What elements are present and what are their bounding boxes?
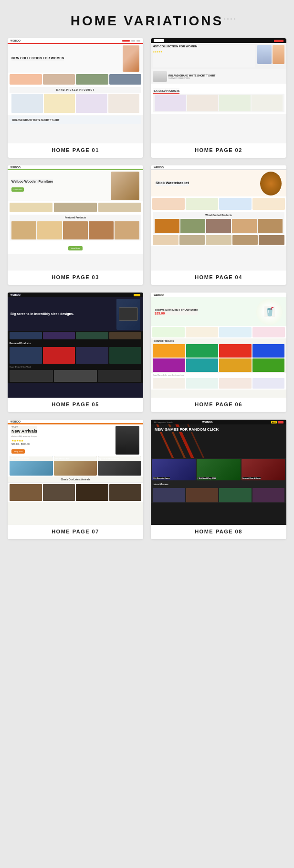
card-label-hp07: HOME PAGE 07 <box>8 525 143 539</box>
card-label-hp01: HOME PAGE 01 <box>8 143 143 158</box>
preview-hp07: WEIBOO 2022 New Arrivals An incredibly a… <box>8 420 143 525</box>
preview-hp05: WEIBOO Big screens in incredibly sleek d… <box>8 293 143 398</box>
page-title: HOME VARIATIONS <box>0 0 294 38</box>
card-label-hp03: HOME PAGE 03 <box>8 271 143 285</box>
preview-hp04: WEIBOO Stick Wastebasket Wood Crafted Pr… <box>151 165 286 271</box>
card-hp07[interactable]: WEIBOO 2022 New Arrivals An incredibly a… <box>8 420 143 539</box>
card-label-hp04: HOME PAGE 04 <box>151 271 286 285</box>
preview-hp08: All Categories Search WEIBOO. BUY NEW GA… <box>151 420 286 525</box>
card-hp06[interactable]: WEIBOO Todays Best Deal For Our Store $2… <box>151 293 286 412</box>
card-label-hp08: HOME PAGE 08 <box>151 525 286 539</box>
preview-hp06: WEIBOO Todays Best Deal For Our Store $2… <box>151 293 286 398</box>
card-hp08[interactable]: All Categories Search WEIBOO. BUY NEW GA… <box>151 420 286 539</box>
preview-hp02: WEIBOO HOT COLLECTION FOR WOMEN ★★★★★ <box>151 38 286 143</box>
card-label-hp06: HOME PAGE 06 <box>151 398 286 412</box>
preview-hp03: WEIBOO Weiboo Wooden Furniture Shop Now … <box>8 165 143 271</box>
card-label-hp05: HOME PAGE 05 <box>8 398 143 412</box>
preview-hp01: WEIBOO NEW COLLECTION FOR WOMEN <box>8 38 143 143</box>
card-label-hp02: HOME PAGE 02 <box>151 143 286 158</box>
card-hp03[interactable]: WEIBOO Weiboo Wooden Furniture Shop Now … <box>8 165 143 285</box>
card-hp01[interactable]: WEIBOO NEW COLLECTION FOR WOMEN <box>8 38 143 158</box>
cards-grid: WEIBOO NEW COLLECTION FOR WOMEN <box>0 38 294 551</box>
card-hp04[interactable]: WEIBOO Stick Wastebasket Wood Crafted Pr… <box>151 165 286 285</box>
card-hp05[interactable]: WEIBOO Big screens in incredibly sleek d… <box>8 293 143 412</box>
card-hp02[interactable]: WEIBOO HOT COLLECTION FOR WOMEN ★★★★★ <box>151 38 286 158</box>
